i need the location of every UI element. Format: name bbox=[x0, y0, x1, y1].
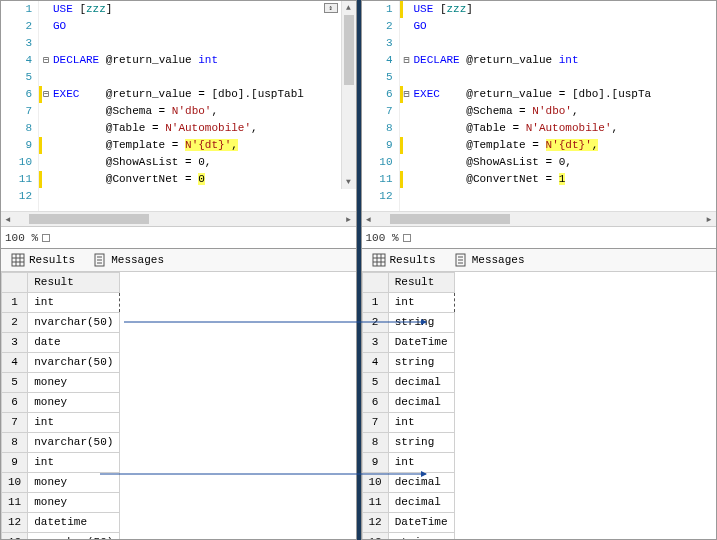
cell-value[interactable]: string bbox=[388, 313, 454, 333]
horizontal-scrollbar[interactable]: ◄► bbox=[1, 211, 356, 226]
table-row[interactable]: 13string bbox=[362, 533, 454, 540]
zoom-level[interactable]: 100 % bbox=[5, 232, 38, 244]
vertical-scrollbar[interactable]: ▲ ▼ bbox=[341, 1, 356, 189]
right-editor[interactable]: 123456789101112 ⊟⊟ USE [zzz]GODECLARE @r… bbox=[362, 1, 717, 211]
table-row[interactable]: 12datetime bbox=[2, 513, 120, 533]
row-number[interactable]: 10 bbox=[362, 473, 388, 493]
code-line[interactable]: @ShowAsList = 0, bbox=[414, 154, 717, 171]
tab-messages[interactable]: Messages bbox=[89, 251, 168, 269]
code-line[interactable]: GO bbox=[53, 18, 356, 35]
table-row[interactable]: 3DateTime bbox=[362, 333, 454, 353]
row-number[interactable]: 13 bbox=[2, 533, 28, 540]
row-number[interactable]: 1 bbox=[362, 293, 388, 313]
row-number[interactable]: 8 bbox=[2, 433, 28, 453]
table-row[interactable]: 9int bbox=[2, 453, 120, 473]
cell-value[interactable]: money bbox=[28, 373, 120, 393]
table-row[interactable]: 6decimal bbox=[362, 393, 454, 413]
split-button[interactable]: ⇕ bbox=[324, 3, 338, 13]
table-row[interactable]: 1int bbox=[2, 293, 120, 313]
scrollbar-thumb[interactable] bbox=[344, 15, 354, 85]
table-row[interactable]: 2nvarchar(50) bbox=[2, 313, 120, 333]
table-row[interactable]: 10money bbox=[2, 473, 120, 493]
left-code-area[interactable]: USE [zzz]GODECLARE @return_value intEXEC… bbox=[53, 1, 356, 211]
cell-value[interactable]: int bbox=[28, 453, 120, 473]
code-line[interactable]: GO bbox=[414, 18, 717, 35]
code-line[interactable]: EXEC @return_value = [dbo].[uspTa bbox=[414, 86, 717, 103]
cell-value[interactable]: int bbox=[388, 293, 454, 313]
cell-value[interactable]: string bbox=[388, 353, 454, 373]
cell-value[interactable]: decimal bbox=[388, 373, 454, 393]
cell-value[interactable]: DateTime bbox=[388, 333, 454, 353]
table-row[interactable]: 11money bbox=[2, 493, 120, 513]
table-row[interactable]: 7int bbox=[362, 413, 454, 433]
tab-messages[interactable]: Messages bbox=[450, 251, 529, 269]
table-row[interactable]: 8string bbox=[362, 433, 454, 453]
code-line[interactable] bbox=[53, 188, 356, 205]
row-number[interactable]: 7 bbox=[2, 413, 28, 433]
row-number[interactable]: 2 bbox=[2, 313, 28, 333]
cell-value[interactable]: nvarchar(50) bbox=[28, 533, 120, 540]
code-line[interactable]: @ShowAsList = 0, bbox=[53, 154, 356, 171]
table-row[interactable]: 3date bbox=[2, 333, 120, 353]
right-results-grid[interactable]: Result1int2string3DateTime4string5decima… bbox=[362, 272, 717, 539]
table-row[interactable]: 5money bbox=[2, 373, 120, 393]
grid-corner[interactable] bbox=[2, 273, 28, 293]
code-line[interactable] bbox=[53, 69, 356, 86]
scrollbar-thumb[interactable] bbox=[29, 214, 149, 224]
scrollbar-thumb[interactable] bbox=[390, 214, 510, 224]
row-number[interactable]: 6 bbox=[2, 393, 28, 413]
code-line[interactable]: @ConvertNet = 0 bbox=[53, 171, 356, 188]
row-number[interactable]: 6 bbox=[362, 393, 388, 413]
row-number[interactable]: 7 bbox=[362, 413, 388, 433]
cell-value[interactable]: int bbox=[388, 453, 454, 473]
code-line[interactable]: @Table = N'Automobile', bbox=[414, 120, 717, 137]
code-line[interactable]: EXEC @return_value = [dbo].[uspTabl bbox=[53, 86, 356, 103]
row-number[interactable]: 12 bbox=[2, 513, 28, 533]
cell-value[interactable]: int bbox=[28, 413, 120, 433]
code-line[interactable]: DECLARE @return_value int bbox=[414, 52, 717, 69]
table-row[interactable]: 7int bbox=[2, 413, 120, 433]
code-line[interactable] bbox=[414, 69, 717, 86]
table-row[interactable]: 8nvarchar(50) bbox=[2, 433, 120, 453]
left-results-grid[interactable]: Result1int2nvarchar(50)3date4nvarchar(50… bbox=[1, 272, 356, 539]
row-number[interactable]: 5 bbox=[362, 373, 388, 393]
column-header[interactable]: Result bbox=[28, 273, 120, 293]
code-line[interactable] bbox=[414, 35, 717, 52]
row-number[interactable]: 3 bbox=[2, 333, 28, 353]
row-number[interactable]: 8 bbox=[362, 433, 388, 453]
table-row[interactable]: 11decimal bbox=[362, 493, 454, 513]
cell-value[interactable]: int bbox=[388, 413, 454, 433]
row-number[interactable]: 9 bbox=[362, 453, 388, 473]
cell-value[interactable]: money bbox=[28, 393, 120, 413]
code-line[interactable]: @Table = N'Automobile', bbox=[53, 120, 356, 137]
table-row[interactable]: 5decimal bbox=[362, 373, 454, 393]
chevron-down-icon[interactable] bbox=[403, 234, 411, 242]
table-row[interactable]: 2string bbox=[362, 313, 454, 333]
row-number[interactable]: 11 bbox=[362, 493, 388, 513]
cell-value[interactable]: int bbox=[28, 293, 120, 313]
row-number[interactable]: 11 bbox=[2, 493, 28, 513]
row-number[interactable]: 4 bbox=[362, 353, 388, 373]
cell-value[interactable]: DateTime bbox=[388, 513, 454, 533]
table-row[interactable]: 1int bbox=[362, 293, 454, 313]
code-line[interactable] bbox=[414, 188, 717, 205]
cell-value[interactable]: decimal bbox=[388, 493, 454, 513]
cell-value[interactable]: string bbox=[388, 433, 454, 453]
cell-value[interactable]: date bbox=[28, 333, 120, 353]
cell-value[interactable]: decimal bbox=[388, 473, 454, 493]
code-line[interactable] bbox=[53, 35, 356, 52]
table-row[interactable]: 10decimal bbox=[362, 473, 454, 493]
table-row[interactable]: 9int bbox=[362, 453, 454, 473]
column-header[interactable]: Result bbox=[388, 273, 454, 293]
row-number[interactable]: 13 bbox=[362, 533, 388, 540]
row-number[interactable]: 5 bbox=[2, 373, 28, 393]
row-number[interactable]: 9 bbox=[2, 453, 28, 473]
cell-value[interactable]: nvarchar(50) bbox=[28, 433, 120, 453]
chevron-down-icon[interactable] bbox=[42, 234, 50, 242]
row-number[interactable]: 10 bbox=[2, 473, 28, 493]
zoom-level[interactable]: 100 % bbox=[366, 232, 399, 244]
fold-minus-icon[interactable]: ⊟ bbox=[39, 52, 53, 69]
cell-value[interactable]: datetime bbox=[28, 513, 120, 533]
table-row[interactable]: 4nvarchar(50) bbox=[2, 353, 120, 373]
code-line[interactable]: @Template = N'{dt}', bbox=[414, 137, 717, 154]
